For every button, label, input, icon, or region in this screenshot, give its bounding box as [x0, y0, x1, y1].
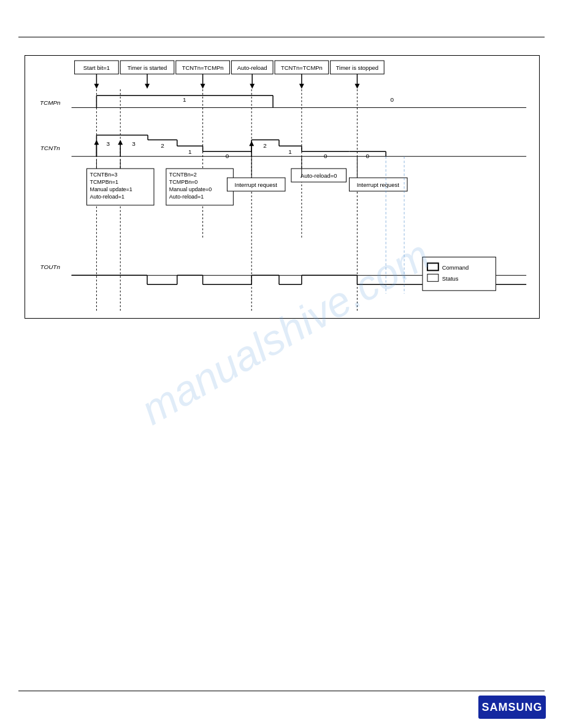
svg-text:Timer is stopped: Timer is stopped — [336, 64, 378, 71]
svg-text:TCNTn=TCMPn: TCNTn=TCMPn — [182, 64, 224, 71]
svg-marker-15 — [145, 84, 150, 89]
svg-text:Status: Status — [442, 275, 459, 282]
svg-text:3: 3 — [107, 140, 110, 147]
svg-marker-19 — [250, 84, 255, 89]
svg-text:2: 2 — [161, 142, 164, 149]
svg-rect-113 — [427, 274, 439, 281]
svg-text:TCMPBn=1: TCMPBn=1 — [90, 179, 118, 185]
svg-text:2: 2 — [263, 142, 267, 149]
svg-text:TCNTn: TCNTn — [40, 145, 60, 151]
svg-text:0: 0 — [324, 153, 327, 159]
svg-marker-23 — [354, 84, 359, 89]
svg-text:TCNTBn=3: TCNTBn=3 — [90, 172, 117, 178]
svg-text:1: 1 — [188, 148, 192, 155]
svg-text:TCMPBn=0: TCMPBn=0 — [169, 179, 197, 185]
svg-text:3: 3 — [132, 140, 136, 147]
bottom-separator — [18, 691, 545, 691]
svg-marker-13 — [94, 84, 99, 89]
svg-text:Manual update=0: Manual update=0 — [169, 186, 212, 192]
svg-text:0: 0 — [390, 96, 394, 103]
svg-text:Command: Command — [442, 264, 469, 271]
svg-text:Auto-reload: Auto-reload — [237, 64, 267, 71]
svg-text:TCNTBn=2: TCNTBn=2 — [169, 172, 197, 178]
svg-text:TCMPn: TCMPn — [40, 99, 61, 106]
samsung-logo: SAMSUNG — [478, 696, 546, 719]
svg-text:Interrupt request: Interrupt request — [235, 181, 278, 188]
svg-text:TCNTn=TCMPn: TCNTn=TCMPn — [281, 64, 323, 71]
svg-rect-111 — [427, 263, 439, 270]
svg-text:0: 0 — [226, 153, 229, 159]
svg-text:0: 0 — [366, 153, 370, 159]
svg-text:Start bit=1: Start bit=1 — [83, 64, 110, 71]
svg-text:Timer is started: Timer is started — [128, 64, 167, 71]
svg-text:TOUTn: TOUTn — [40, 264, 61, 270]
svg-text:1: 1 — [288, 148, 292, 155]
svg-text:Interrupt request: Interrupt request — [357, 181, 400, 188]
svg-text:Auto-reload=1: Auto-reload=1 — [90, 194, 124, 200]
svg-marker-21 — [299, 84, 304, 89]
svg-text:Auto-reload=1: Auto-reload=1 — [169, 194, 204, 200]
timing-diagram: Start bit=1 Timer is started TCNTn=TCMPn… — [25, 55, 540, 319]
svg-text:Manual update=1: Manual update=1 — [90, 186, 132, 192]
svg-marker-17 — [201, 84, 205, 89]
top-separator — [18, 37, 545, 37]
svg-text:1: 1 — [183, 96, 186, 103]
svg-text:Auto-reload=0: Auto-reload=0 — [301, 172, 337, 179]
